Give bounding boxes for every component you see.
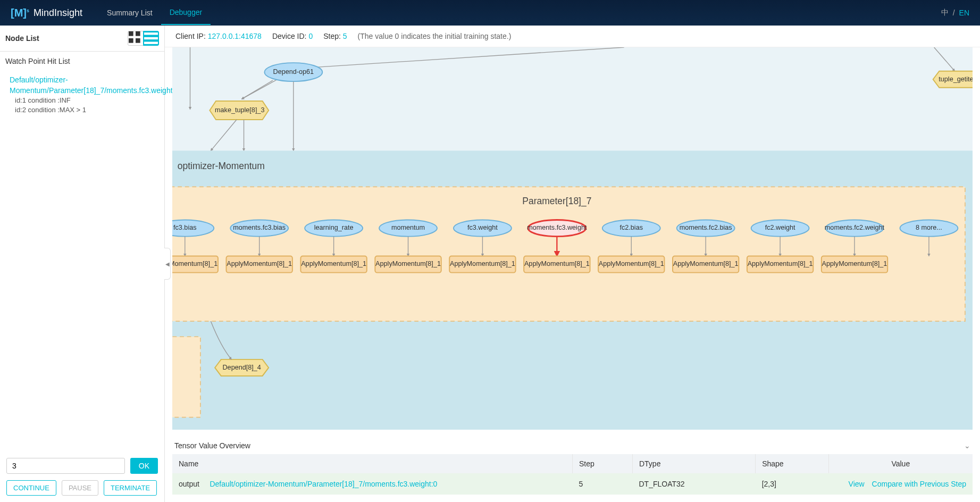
- svg-text:Depend-op61: Depend-op61: [273, 68, 314, 76]
- view-toggle: [128, 31, 159, 46]
- svg-text:tuple_getitem[18]_0: tuple_getitem[18]_0: [939, 76, 973, 83]
- svg-rect-6: [144, 42, 158, 44]
- svg-text:ApplyMomentum[8]_1: ApplyMomentum[8]_1: [375, 260, 441, 267]
- svg-text:fc3.weight: fc3.weight: [467, 224, 498, 231]
- svg-text:momentum: momentum: [391, 224, 425, 231]
- svg-text:ApplyMomentum[8]_1: ApplyMomentum[8]_1: [673, 260, 739, 267]
- tensor-panel: Tensor Value Overview ⌄ Name Step DType …: [172, 437, 973, 495]
- content-area: Client IP: 127.0.0.1:41678 Device ID: 0 …: [165, 26, 980, 502]
- nav-debugger[interactable]: Debugger: [161, 1, 211, 25]
- view-grid-button[interactable]: [128, 31, 144, 46]
- svg-text:moments.fc3.weight: moments.fc3.weight: [527, 224, 587, 231]
- svg-text:optimizer-Momentum: optimizer-Momentum: [178, 161, 265, 171]
- tensor-dtype: DT_FLOAT32: [632, 473, 755, 495]
- col-dtype: DType: [632, 454, 755, 473]
- watchlist-title: Watch Point Hit List: [0, 52, 164, 71]
- sidebar-footer: OK CONTINUE PAUSE TERMINATE: [0, 451, 164, 502]
- svg-text:ApplyMomentum[8]_1: ApplyMomentum[8]_1: [301, 260, 366, 267]
- view-list-button[interactable]: [143, 31, 159, 46]
- svg-text:ApplyMomentum[8]_1: ApplyMomentum[8]_1: [748, 260, 813, 267]
- sidebar-header: Node List: [0, 26, 164, 52]
- col-value: Value: [828, 454, 973, 473]
- svg-text:Depend[8]_4: Depend[8]_4: [223, 364, 261, 371]
- svg-rect-4: [144, 32, 158, 35]
- col-step: Step: [573, 454, 633, 473]
- svg-text:fc2.bias: fc2.bias: [620, 224, 643, 231]
- pause-button: PAUSE: [62, 480, 98, 496]
- svg-rect-2: [129, 38, 133, 43]
- app-header: [M]s MindInsight Summary List Debugger 中…: [0, 0, 980, 26]
- table-row: output Default/optimizer-Momentum/Parame…: [172, 473, 973, 495]
- lang-switch: 中 / EN: [941, 8, 969, 18]
- svg-text:ApplyMomentum[8]_1: ApplyMomentum[8]_1: [172, 260, 217, 267]
- svg-text:moments.fc2.weight: moments.fc2.weight: [825, 224, 885, 231]
- svg-rect-1: [136, 31, 140, 36]
- step-input[interactable]: [6, 458, 125, 474]
- compare-link[interactable]: Compare with Previous Step: [872, 480, 966, 488]
- svg-text:ApplyMomentum[8]_1: ApplyMomentum[8]_1: [822, 260, 887, 267]
- svg-text:ApplyMomentum[8]_1: ApplyMomentum[8]_1: [450, 260, 515, 267]
- client-ip: Client IP: 127.0.0.1:41678: [175, 32, 262, 40]
- grid-icon: [128, 31, 143, 45]
- step-indicator: Step: 5: [323, 32, 347, 40]
- svg-rect-59: [172, 337, 200, 417]
- collapse-icon[interactable]: ⌄: [964, 441, 970, 450]
- tensor-step: 5: [573, 473, 633, 495]
- computation-graph[interactable]: Depend-op61 make_tuple[8]_3 tuple_getite…: [172, 47, 973, 430]
- view-link[interactable]: View: [849, 480, 865, 488]
- svg-text:learning_rate: learning_rate: [314, 224, 354, 231]
- logo-text: MindInsight: [33, 7, 82, 19]
- watch-item-link[interactable]: Default/optimizer-Momentum/Parameter[18]…: [10, 75, 155, 96]
- tensor-shape: [2,3]: [756, 473, 828, 495]
- tensor-panel-title: Tensor Value Overview: [174, 441, 250, 450]
- info-bar: Client IP: 127.0.0.1:41678 Device ID: 0 …: [165, 26, 980, 47]
- logo: [M]s MindInsight: [11, 7, 82, 19]
- svg-text:8 more...: 8 more...: [916, 224, 942, 231]
- watch-item: Default/optimizer-Momentum/Parameter[18]…: [0, 71, 164, 120]
- lang-en[interactable]: EN: [959, 9, 969, 17]
- ok-button[interactable]: OK: [130, 458, 158, 474]
- sidebar-title: Node List: [5, 34, 39, 43]
- continue-button[interactable]: CONTINUE: [6, 480, 56, 496]
- terminate-button[interactable]: TERMINATE: [104, 480, 157, 496]
- logo-icon: [M]s: [11, 7, 29, 19]
- svg-text:moments.fc2.bias: moments.fc2.bias: [680, 224, 732, 231]
- tensor-name-link[interactable]: Default/optimizer-Momentum/Parameter[18]…: [210, 480, 437, 488]
- col-shape: Shape: [756, 454, 828, 473]
- svg-text:ApplyMomentum[8]_1: ApplyMomentum[8]_1: [227, 260, 292, 267]
- svg-rect-3: [136, 38, 140, 43]
- tensor-table: Name Step DType Shape Value output Defau…: [172, 454, 973, 495]
- watch-condition: id:2 condition :MAX > 1: [10, 105, 155, 115]
- svg-text:make_tuple[8]_3: make_tuple[8]_3: [215, 106, 264, 114]
- col-name: Name: [172, 454, 573, 473]
- svg-rect-15: [172, 187, 965, 321]
- lang-separator: /: [953, 9, 955, 17]
- info-note: (The value 0 indicates the initial train…: [358, 32, 512, 40]
- device-id: Device ID: 0: [272, 32, 313, 40]
- svg-rect-5: [144, 37, 158, 39]
- svg-rect-0: [129, 31, 133, 36]
- svg-text:ApplyMomentum[8]_1: ApplyMomentum[8]_1: [599, 260, 664, 267]
- svg-text:ApplyMomentum[8]_1: ApplyMomentum[8]_1: [524, 260, 590, 267]
- svg-text:fc3.bias: fc3.bias: [173, 224, 197, 231]
- svg-text:moments.fc3.bias: moments.fc3.bias: [233, 224, 286, 231]
- svg-text:Parameter[18]_7: Parameter[18]_7: [522, 196, 591, 207]
- sidebar-collapse-handle[interactable]: ◀: [164, 248, 171, 280]
- tensor-kind: output: [179, 480, 199, 488]
- list-icon: [144, 31, 158, 45]
- svg-text:fc2.weight: fc2.weight: [765, 224, 795, 231]
- nav-summary-list[interactable]: Summary List: [98, 1, 161, 24]
- sidebar: Node List Watch Point Hit List Default/o…: [0, 26, 165, 502]
- watch-condition: id:1 condition :INF: [10, 96, 155, 105]
- lang-zh[interactable]: 中: [941, 8, 949, 18]
